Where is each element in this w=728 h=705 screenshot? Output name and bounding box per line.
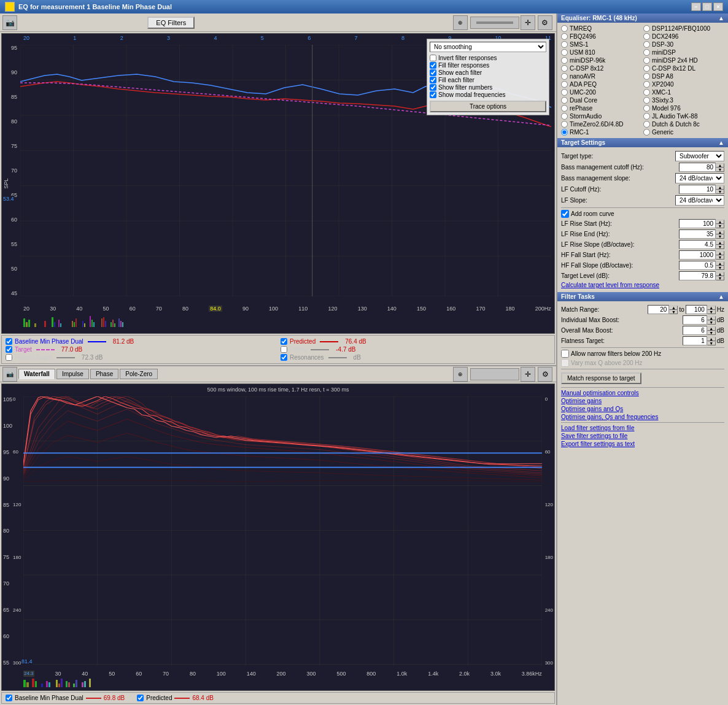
manual-optimisation-link[interactable]: Manual optimisation controls [561,390,724,396]
lf-rise-slope-up[interactable]: ▲ [716,241,724,245]
lf-rise-start-down[interactable]: ▼ [716,224,724,228]
eq-radio-jltwk88[interactable] [643,113,650,120]
legend-resonances-checkbox[interactable] [281,354,287,361]
lf-slope-select[interactable]: 24 dB/octave [675,195,724,206]
match-range-from-input[interactable] [648,305,669,314]
eq-radio-stormaudio[interactable] [561,113,568,120]
legend-target-checkbox[interactable] [6,346,12,353]
bass-mgmt-cutoff-down[interactable]: ▼ [716,168,724,172]
eq-radio-dspa8[interactable] [643,73,650,80]
collapse-icon[interactable]: ▲ [718,15,724,21]
crosshair-icon[interactable]: ✛ [521,15,535,30]
target-level-down[interactable]: ▼ [716,276,724,280]
target-level-input[interactable] [679,271,716,280]
calc-target-level-link[interactable]: Calculate target level from response [561,282,724,288]
tab-phase[interactable]: Phase [90,369,118,379]
bottom-crosshair-icon[interactable]: ✛ [521,367,535,382]
export-filter-settings-link[interactable]: Export filter settings as text [561,441,724,447]
bottom-snapshot-icon[interactable]: 📷 [2,367,17,382]
hf-fall-start-up[interactable]: ▲ [716,251,724,255]
overall-max-boost-input[interactable] [683,326,707,335]
overall-max-boost-down[interactable]: ▼ [707,331,716,335]
eq-radio-nanoavr[interactable] [561,73,568,80]
eq-radio-minidsp[interactable] [643,49,650,56]
bottom-move-icon[interactable]: ⊕ [453,367,468,382]
show-each-filter-checkbox[interactable] [430,69,436,76]
eq-radio-rmc1[interactable] [561,129,568,136]
lf-cutoff-up[interactable]: ▲ [716,185,724,190]
flatness-target-input[interactable] [683,336,707,345]
close-button[interactable]: × [713,2,723,11]
trace-options-button[interactable]: Trace options [430,101,546,112]
eq-radio-tmreq[interactable] [561,25,568,32]
overall-max-boost-up[interactable]: ▲ [707,326,716,331]
invert-filter-checkbox[interactable] [430,55,436,61]
eq-radio-generic[interactable] [643,129,650,136]
lf-rise-end-input[interactable] [679,229,716,239]
legend-baseline-checkbox[interactable] [6,338,12,345]
match-range-to-down[interactable]: ▼ [707,310,716,314]
eq-radio-dutch8c[interactable] [643,121,650,128]
hf-fall-slope-input[interactable] [679,261,716,270]
target-type-select[interactable]: Subwoofer [675,151,724,161]
bottom-legend-baseline-checkbox[interactable] [6,695,12,701]
vary-max-q-checkbox[interactable] [561,359,569,367]
flatness-target-down[interactable]: ▼ [707,341,716,345]
smoothing-select[interactable]: No smoothing [430,42,546,52]
match-range-from-down[interactable]: ▼ [669,310,678,314]
match-response-button[interactable]: Match response to target [561,372,641,384]
show-modal-freq-checkbox[interactable] [430,91,436,98]
fill-filter-responses-checkbox[interactable] [430,62,436,69]
lf-cutoff-input[interactable] [679,185,716,194]
eq-radio-xmc1[interactable] [643,89,650,96]
maximize-button[interactable]: □ [702,2,712,11]
fill-each-filter-checkbox[interactable] [430,77,436,83]
settings-icon[interactable]: ⚙ [538,15,552,30]
optimise-gains-link[interactable]: Optimise gains [561,398,724,404]
eq-radio-3sixty3[interactable] [643,97,650,104]
lf-rise-end-up[interactable]: ▲ [716,230,724,234]
target-collapse-icon[interactable]: ▲ [718,139,724,146]
individual-max-boost-up[interactable]: ▲ [707,316,716,320]
flatness-target-up[interactable]: ▲ [707,337,716,341]
target-level-up[interactable]: ▲ [716,272,724,276]
eq-radio-dcx2496[interactable] [643,33,650,40]
eq-radio-xp2040[interactable] [643,81,650,88]
match-range-to-input[interactable] [686,305,707,314]
match-range-to-up[interactable]: ▲ [707,306,716,310]
hf-fall-start-input[interactable] [679,250,716,260]
save-filter-settings-link[interactable]: Save filter settings to file [561,433,724,439]
eq-radio-cdsp8x12[interactable] [561,65,568,72]
individual-max-boost-down[interactable]: ▼ [707,320,716,325]
hf-fall-start-down[interactable]: ▼ [716,255,724,260]
bottom-settings-icon[interactable]: ⚙ [538,367,552,382]
eq-radio-dualcore[interactable] [561,97,568,104]
show-filter-numbers-checkbox[interactable] [430,84,436,91]
individual-max-boost-input[interactable] [683,315,707,325]
bass-mgmt-cutoff-up[interactable]: ▲ [716,163,724,168]
eq-radio-sms1[interactable] [561,41,568,48]
allow-narrow-filters-checkbox[interactable] [561,350,569,358]
eq-radio-usm810[interactable] [561,49,568,56]
eq-radio-model976[interactable] [643,105,650,112]
eq-radio-umc200[interactable] [561,89,568,96]
legend-filters-checkbox[interactable] [281,346,287,353]
eq-radio-timezero[interactable] [561,121,568,128]
hf-fall-slope-down[interactable]: ▼ [716,266,724,270]
eq-radio-dsp30[interactable] [643,41,650,48]
optimise-gains-qs-freq-link[interactable]: Optimise gains, Qs and frequencies [561,414,724,420]
lf-rise-slope-down[interactable]: ▼ [716,245,724,249]
eq-radio-minidsp96k[interactable] [561,57,568,64]
minimize-button[interactable]: − [691,2,701,11]
eq-radio-dsp1124p[interactable] [643,25,650,32]
add-room-curve-checkbox[interactable] [561,210,569,218]
match-range-from-up[interactable]: ▲ [669,306,678,310]
lf-rise-end-down[interactable]: ▼ [716,234,724,239]
lf-rise-start-up[interactable]: ▲ [716,220,724,224]
snapshot-icon[interactable]: 📷 [2,15,17,30]
move-icon[interactable]: ⊕ [453,15,468,30]
load-filter-settings-link[interactable]: Load filter settings from file [561,425,724,431]
lf-rise-slope-input[interactable] [679,240,716,249]
optimise-gains-qs-link[interactable]: Optimise gains and Qs [561,406,724,412]
tab-waterfall[interactable]: Waterfall [18,369,55,379]
